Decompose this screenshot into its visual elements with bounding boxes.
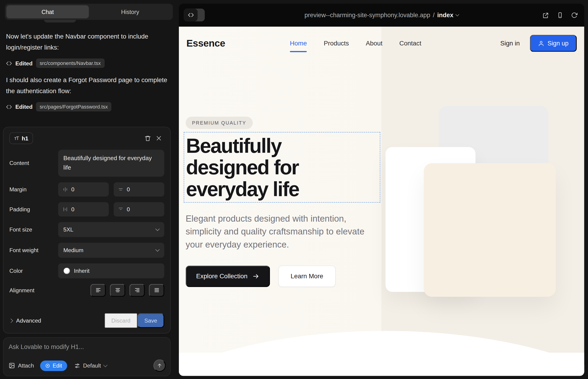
align-left-button[interactable] (90, 284, 106, 297)
margin-y-input[interactable]: 0 (113, 182, 164, 196)
margin-label: Margin (9, 186, 55, 192)
padding-y-input[interactable]: 0 (113, 202, 164, 216)
chat-panel: Chat History Now let's update the Navbar… (0, 0, 176, 379)
user-icon (538, 40, 544, 46)
topbar-actions (542, 4, 577, 27)
nav-link-contact[interactable]: Contact (399, 40, 421, 47)
model-default-button[interactable]: Default (74, 363, 107, 369)
padding-y-icon (118, 206, 123, 212)
nav-link-home[interactable]: Home (290, 40, 307, 47)
page-name: index (437, 12, 453, 19)
sign-up-button[interactable]: Sign up (530, 35, 577, 52)
font-weight-label: Font weight (9, 247, 55, 253)
arrow-right-icon (252, 273, 260, 280)
element-editor: тT h1 Content Beautifully designed for e… (3, 127, 171, 333)
edited-label: Edited (15, 60, 32, 66)
preview-url: preview--charming-site-symphony.lovable.… (305, 12, 430, 19)
content-label: Content (9, 160, 55, 166)
discard-button[interactable]: Discard (105, 313, 137, 328)
hero-headline: Beautifully designed for everyday life (186, 135, 358, 200)
site-navbar: Essence Home Products About Contact Sign… (179, 27, 584, 60)
code-icon (6, 60, 12, 66)
margin-x-input[interactable]: 0 (58, 182, 109, 196)
font-size-label: Font size (9, 226, 55, 233)
color-select[interactable]: Inherit (58, 263, 164, 278)
align-center-button[interactable] (110, 284, 125, 297)
explore-collection-button[interactable]: Explore Collection (186, 266, 270, 287)
attach-button[interactable]: Attach (9, 363, 34, 369)
composer: Ask Lovable to modify H1... Attach Edit (3, 337, 171, 376)
element-tag: h1 (22, 135, 29, 142)
padding-x-icon (62, 206, 68, 212)
arrow-up-icon (157, 363, 163, 368)
selected-element-outline[interactable]: Beautifully designed for everyday life (184, 132, 380, 203)
code-icon (6, 104, 12, 110)
alignment-label: Alignment (9, 287, 55, 293)
selected-element-pill: тT h1 (9, 132, 33, 144)
nav-auth: Sign in Sign up (500, 35, 577, 52)
advanced-toggle[interactable]: Advanced (9, 317, 41, 324)
refresh-icon[interactable] (571, 12, 577, 18)
chevron-down-icon (155, 227, 160, 231)
hero-cta-row: Explore Collection Learn More (186, 266, 336, 287)
close-editor-button[interactable] (154, 133, 164, 144)
url-separator: / (433, 12, 435, 19)
target-icon (45, 363, 50, 368)
content-input[interactable]: Beautifully designed for everyday life (58, 150, 164, 176)
margin-x-icon (62, 187, 68, 192)
sliders-icon (74, 363, 80, 368)
url-bar[interactable]: preview--charming-site-symphony.lovable.… (179, 4, 584, 27)
mobile-view-icon[interactable] (557, 12, 563, 18)
assistant-message: I should also create a Forgot Password p… (6, 75, 169, 96)
chat-history-tabs: Chat History (5, 4, 173, 20)
edited-label: Edited (15, 104, 32, 110)
typography-icon: тT (14, 135, 19, 141)
padding-x-input[interactable]: 0 (58, 202, 109, 216)
chevron-down-icon (103, 363, 108, 367)
edited-file-row: Edited src/pages/ForgotPassword.tsx (6, 102, 169, 111)
chat-messages: Now let's update the Navbar component to… (6, 32, 169, 119)
tab-chat[interactable]: Chat (6, 5, 89, 18)
chevron-right-icon (9, 318, 13, 323)
lovable-workspace: Chat History Now let's update the Navbar… (0, 0, 588, 379)
align-right-button[interactable] (129, 284, 145, 297)
send-button[interactable] (154, 360, 166, 372)
preview-site: Essence Home Products About Contact Sign… (179, 27, 584, 376)
file-chip[interactable]: src/pages/ForgotPassword.tsx (36, 102, 112, 111)
hero-subtext: Elegant products designed with intention… (186, 212, 366, 251)
alignment-group (58, 284, 164, 297)
save-button[interactable]: Save (137, 313, 164, 328)
preview-topbar: preview--charming-site-symphony.lovable.… (179, 4, 584, 27)
margin-y-icon (118, 187, 123, 192)
hero-section: PREMIUM QUALITY Beautifully designed for… (179, 60, 584, 376)
align-justify-button[interactable] (149, 284, 164, 297)
open-external-icon[interactable] (542, 12, 549, 19)
delete-element-button[interactable] (142, 133, 154, 144)
chevron-down-icon (155, 247, 160, 252)
learn-more-button[interactable]: Learn More (278, 266, 336, 287)
padding-label: Padding (9, 206, 55, 212)
nav-links: Home Products About Contact (290, 40, 421, 47)
color-label: Color (9, 268, 55, 274)
font-weight-select[interactable]: Medium (58, 242, 164, 257)
assistant-message: Now let's update the Navbar component to… (6, 32, 169, 53)
tab-history[interactable]: History (89, 5, 171, 18)
composer-toolbar: Attach Edit Default (9, 360, 166, 372)
edit-mode-button[interactable]: Edit (40, 360, 67, 371)
nav-link-about[interactable]: About (366, 40, 383, 47)
editor-footer: Advanced Discard Save (9, 308, 164, 328)
sign-in-link[interactable]: Sign in (500, 40, 520, 47)
editor-header: тT h1 (9, 132, 164, 144)
file-chip[interactable]: src/components/Navbar.tsx (36, 59, 105, 68)
quality-badge: PREMIUM QUALITY (186, 117, 252, 129)
site-logo[interactable]: Essence (186, 38, 225, 49)
edited-file-row: Edited src/components/Navbar.tsx (6, 59, 169, 68)
font-size-select[interactable]: 5XL (58, 222, 164, 237)
nav-link-products[interactable]: Products (324, 40, 349, 47)
editor-rows: Content Beautifully designed for everyda… (9, 150, 164, 296)
preview-panel: preview--charming-site-symphony.lovable.… (179, 4, 584, 376)
image-icon (9, 363, 15, 369)
chevron-down-icon (455, 13, 459, 16)
composer-input[interactable]: Ask Lovable to modify H1... (9, 343, 165, 350)
color-swatch-icon (63, 267, 70, 274)
